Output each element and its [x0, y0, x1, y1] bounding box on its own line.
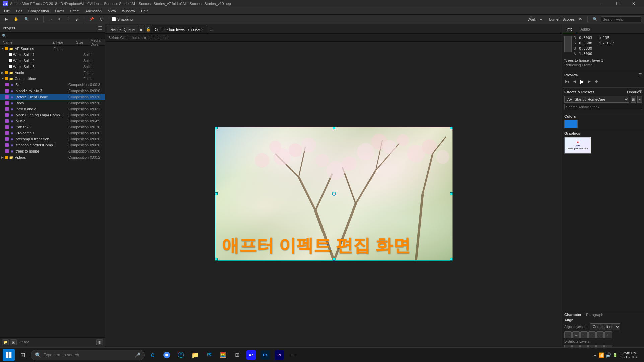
toolbar-brush[interactable]: 🖌 — [73, 16, 81, 22]
preview-prev-btn[interactable]: ◄ — [572, 79, 578, 84]
menu-item-animation[interactable]: Animation — [83, 8, 104, 14]
tray-volume[interactable]: 🔊 — [605, 352, 611, 358]
taskbar-premiere[interactable]: Pr — [273, 349, 285, 361]
taskbar-apps2[interactable]: ⊞ — [231, 349, 243, 361]
list-item[interactable]: White Solid 2 Solid — [0, 58, 105, 64]
taskbar-mail[interactable]: ✉ — [203, 349, 215, 361]
toolbar-rect[interactable]: ▭ — [46, 16, 54, 22]
list-item[interactable]: White Solid 1 Solid — [0, 52, 105, 58]
align-top-edges[interactable]: ⊤ — [588, 331, 596, 338]
effects-menu-btn[interactable]: ☰ — [638, 89, 642, 95]
color-swatch[interactable] — [564, 120, 578, 128]
toolbar-puppet[interactable]: 📌 — [87, 16, 96, 22]
handle-mid-left[interactable] — [215, 192, 218, 195]
breadcrumb-before-client-home[interactable]: Before Client Home — [108, 36, 140, 40]
list-item[interactable]: ▣ stephanie petersComp 1 Composition 0:0… — [0, 142, 105, 148]
menu-item-window[interactable]: Window — [119, 8, 138, 14]
preview-next-btn[interactable]: ► — [586, 79, 592, 84]
list-item[interactable]: ▣ Mark Dunning3.mp4 Comp 1 Composition 0… — [0, 112, 105, 118]
list-item[interactable]: ▣ Body Composition 0:05:0 — [0, 100, 105, 106]
tab-close-icon[interactable]: ✕ — [201, 27, 204, 31]
toolbar-select[interactable]: ▶ — [3, 16, 10, 22]
handle-bottom-mid[interactable] — [333, 258, 335, 261]
menu-item-layer[interactable]: Layer — [52, 8, 67, 14]
menu-item-effect[interactable]: Effect — [67, 8, 82, 14]
taskbar-task-view[interactable]: ⊞ — [17, 349, 29, 361]
composition-icon-btn[interactable]: ■ — [139, 25, 144, 33]
tray-up-arrow[interactable]: ▲ — [593, 353, 597, 357]
close-button[interactable]: ✕ — [626, 0, 641, 7]
toolbar-pen[interactable]: ✒ — [56, 16, 63, 22]
lumetri-expand[interactable]: ≫ — [576, 16, 585, 22]
workspace-expand[interactable]: ≡ — [538, 16, 544, 22]
menu-item-file[interactable]: File — [1, 8, 13, 14]
new-folder-btn[interactable]: 📁 — [2, 339, 9, 345]
library-grid-btn[interactable]: ⊞ — [631, 96, 636, 103]
list-item[interactable]: ▣ Parts 5-6 Composition 0:01:0 — [0, 124, 105, 130]
library-list-btn[interactable]: ≡ — [637, 96, 642, 103]
handle-mid-right[interactable] — [450, 192, 453, 195]
composition-lock-btn[interactable]: 🔒 — [145, 25, 150, 33]
breadcrumb-trees-to-house[interactable]: trees to house — [144, 36, 168, 40]
taskbar-ps[interactable]: Ps — [259, 349, 271, 361]
handle-top-right[interactable] — [450, 127, 453, 129]
handle-bottom-right[interactable] — [450, 258, 453, 261]
preview-play-btn[interactable]: ▶ — [579, 79, 585, 84]
tab-menu-btn[interactable]: ☰ — [208, 28, 216, 33]
preview-menu-btn[interactable]: ☰ — [638, 73, 642, 77]
graphics-thumbnail[interactable]: ★ AHIStartup HomeCare — [564, 137, 591, 154]
list-item[interactable]: ▣ Intro b and c Composition 0:00:1 — [0, 106, 105, 112]
library-select[interactable]: AHI-Startup HomeCare — [564, 96, 629, 103]
toolbar-hand[interactable]: ✋ — [11, 16, 21, 22]
list-item[interactable]: ▼ 📁 Compositions Folder — [0, 76, 105, 82]
list-item[interactable]: ▣ Music Composition 0:04:5 — [0, 118, 105, 124]
align-bottom-edges[interactable]: ⊦ — [604, 331, 612, 338]
handle-top-left[interactable] — [215, 127, 218, 129]
search-icon-btn[interactable]: 🔍 — [590, 16, 600, 22]
search-input[interactable] — [601, 16, 641, 22]
snapping-checkbox[interactable] — [112, 17, 116, 21]
tray-network[interactable]: 📶 — [598, 352, 604, 358]
menu-item-view[interactable]: View — [105, 8, 119, 14]
show-desktop-btn[interactable] — [639, 348, 641, 362]
taskbar-chrome[interactable] — [161, 349, 173, 361]
align-left-edges[interactable]: ⊣ — [564, 331, 572, 338]
tab-info[interactable]: Info — [562, 26, 576, 33]
align-to-select[interactable]: Composition — [590, 323, 620, 330]
list-item[interactable]: ▣ 5+ Composition 0:00:3 — [0, 82, 105, 88]
new-comp-btn[interactable]: ▣ — [10, 339, 17, 345]
list-item[interactable]: ▶ 📁 Videos Composition 0:00:2 — [0, 154, 105, 160]
list-item[interactable]: ▣ b and c to into 3 Composition 0:00:0 — [0, 88, 105, 94]
minimize-button[interactable]: – — [594, 0, 609, 7]
list-item[interactable]: ▣ trees to house Composition 0:00:0 — [0, 148, 105, 154]
render-queue-tab[interactable]: Render Queue — [107, 25, 138, 33]
handle-bottom-left[interactable] — [215, 258, 218, 261]
libraries-tab[interactable]: Libraries — [631, 89, 637, 95]
list-item[interactable]: ▣ precomp b transition Composition 0:00:… — [0, 136, 105, 142]
start-button[interactable] — [3, 349, 15, 361]
handle-top-mid[interactable] — [333, 127, 335, 129]
tray-battery[interactable]: 🔋 — [613, 353, 618, 357]
list-item[interactable]: ▶ 📁 Audio Folder — [0, 70, 105, 76]
list-item[interactable]: White Solid 3 Solid — [0, 64, 105, 70]
menu-item-composition[interactable]: Composition — [26, 8, 52, 14]
align-h-center[interactable]: ⊨ — [572, 331, 580, 338]
toolbar-zoom[interactable]: 🔍 — [22, 16, 31, 22]
list-item[interactable]: ▼ 📁 AE Sources Folder — [0, 46, 105, 52]
composition-tab[interactable]: Composition trees to house ✕ — [151, 25, 207, 33]
toolbar-rotate[interactable]: ↺ — [33, 16, 41, 22]
list-item[interactable]: ▣ Pre-comp 1 Composition 0:00:0 — [0, 130, 105, 136]
maximize-button[interactable]: ☐ — [610, 0, 625, 7]
align-v-center[interactable]: ⊥ — [596, 331, 604, 338]
align-right-edges[interactable]: ⊢ — [580, 331, 588, 338]
taskbar-app-more[interactable]: ⋯ — [287, 349, 299, 361]
menu-item-help[interactable]: Help — [138, 8, 151, 14]
taskbar-file-explorer[interactable]: 📁 — [189, 349, 201, 361]
taskbar-ae[interactable]: Ae — [245, 349, 257, 361]
taskbar-edge[interactable]: e — [147, 349, 159, 361]
library-search-input[interactable] — [564, 104, 642, 110]
project-menu-btn[interactable]: ☰ — [98, 25, 102, 31]
toolbar-text[interactable]: T — [65, 16, 72, 22]
delete-btn[interactable]: 🗑 — [96, 339, 103, 345]
project-search-input[interactable] — [8, 34, 103, 38]
